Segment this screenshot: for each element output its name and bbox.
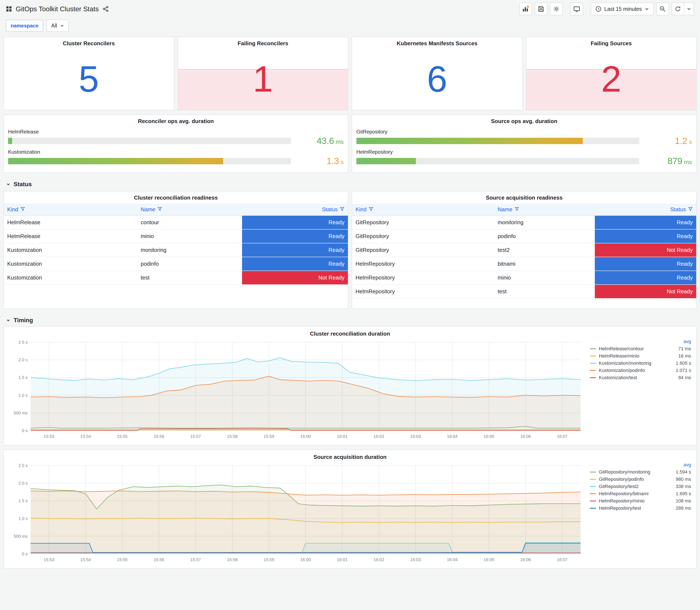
dashboard-settings-button[interactable] [550, 2, 563, 15]
legend-item[interactable]: Kustomization/test 84 ms [590, 375, 691, 381]
series-name[interactable]: HelmRelease/contour [599, 346, 675, 352]
bar-gauge-gitrepository: GitRepository 1.2 s [356, 129, 692, 145]
plot-area[interactable]: 15:5315:5415:5515:5615:5715:5815:5916:00… [7, 338, 586, 443]
legend-item[interactable]: Kustomization/monitoring 1.605 s [590, 360, 691, 366]
legend-item[interactable]: HelmRepository/bitnami 1.695 s [590, 491, 691, 497]
dashboard-title[interactable]: GitOps Toolkit Cluster Stats [16, 5, 99, 13]
refresh-dashboard-button[interactable] [671, 2, 684, 15]
stat-panel-kubernetes-manifests-sources: Kubernetes Manifests Sources 6 [352, 37, 523, 110]
filter-funnel-icon[interactable] [515, 207, 519, 211]
cell-status: Ready [242, 243, 348, 257]
column-header-kind[interactable]: Kind [352, 204, 494, 215]
svg-text:16:03: 16:03 [410, 557, 421, 562]
filter-funnel-icon[interactable] [158, 207, 162, 211]
svg-text:16:05: 16:05 [484, 434, 494, 439]
panel-title[interactable]: Source acquisition readiness [352, 192, 696, 202]
cell-kind: Kustomization [4, 271, 137, 285]
series-avg-value: 338 ms [676, 484, 691, 489]
column-header-status[interactable]: Status [595, 204, 696, 215]
series-name[interactable]: GitRepository/podinfo [599, 477, 673, 482]
chart-legend: avg GitRepository/monitoring 1.594 s Git… [586, 461, 693, 513]
panel-title[interactable]: Failing Reconcilers [178, 37, 348, 48]
legend-item[interactable]: HelmRepository/test 289 ms [590, 505, 691, 511]
column-header-name[interactable]: Name [137, 204, 242, 215]
series-name[interactable]: Kustomization/podinfo [599, 368, 673, 373]
zoom-out-time-button[interactable] [656, 2, 669, 15]
time-series-plot[interactable]: 15:5315:5415:5515:5615:5715:5815:5916:00… [7, 338, 586, 442]
chart-panel-source-acquisition-duration: Source acquisition duration 15:5315:5415… [3, 450, 697, 568]
plot-area[interactable]: 15:5315:5415:5515:5615:5715:5815:5916:00… [7, 461, 586, 567]
legend-item[interactable]: GitRepository/podinfo 980 ms [590, 477, 691, 482]
template-variables-row: namespace All [0, 18, 700, 36]
save-dashboard-button[interactable] [535, 2, 548, 15]
column-header-name[interactable]: Name [494, 204, 595, 215]
section-label: Timing [14, 317, 33, 324]
legend-item[interactable]: HelmRepository/minio 108 ms [590, 498, 691, 504]
share-dashboard-icon[interactable] [103, 6, 109, 12]
series-name[interactable]: Kustomization/monitoring [599, 360, 673, 366]
bar-gauge-track [356, 138, 639, 144]
svg-text:15:58: 15:58 [227, 557, 238, 562]
svg-text:16:00: 16:00 [300, 434, 311, 439]
refresh-interval-dropdown[interactable] [684, 2, 694, 15]
panel-title[interactable]: Cluster reconciliation readiness [4, 192, 348, 202]
legend-item[interactable]: GitRepository/test2 338 ms [590, 484, 691, 489]
table-header-row: Kind Name Status [352, 204, 696, 215]
legend-item[interactable]: HelmRelease/minio 16 ms [590, 353, 691, 359]
time-range-picker[interactable]: Last 15 minutes [591, 2, 654, 15]
bar-gauge-track [8, 138, 291, 144]
series-name[interactable]: HelmRepository/bitnami [599, 491, 673, 497]
column-header-status[interactable]: Status [242, 204, 348, 215]
legend-item[interactable]: HelmRelease/contour 71 ms [590, 346, 691, 352]
panel-title[interactable]: Source acquisition duration [7, 451, 693, 461]
panel-title[interactable]: Failing Sources [526, 37, 696, 48]
series-name[interactable]: GitRepository/test2 [599, 484, 673, 489]
filter-funnel-icon[interactable] [688, 207, 693, 211]
table-row: HelmRelease contour Ready [4, 215, 348, 229]
series-color-swatch [590, 356, 596, 356]
cell-kind: Kustomization [4, 257, 137, 271]
cell-status: Not Ready [595, 285, 696, 299]
series-name[interactable]: HelmRepository/minio [599, 498, 673, 504]
series-name[interactable]: HelmRelease/minio [599, 353, 675, 359]
section-header-status[interactable]: Status [0, 176, 700, 190]
column-header-kind[interactable]: Kind [4, 204, 137, 215]
cycle-view-mode-button[interactable] [570, 2, 583, 15]
cell-name: test [137, 271, 242, 285]
time-series-plot[interactable]: 15:5315:5415:5515:5615:5715:5815:5916:00… [7, 461, 586, 565]
clock-icon [596, 6, 601, 12]
table-header-row: Kind Name Status [4, 204, 348, 215]
panel-title[interactable]: Cluster Reconcilers [4, 37, 174, 48]
bar-gauge-value: 879 ms [644, 157, 692, 165]
apps-grid-icon[interactable] [6, 6, 12, 12]
legend-avg-header[interactable]: avg [590, 339, 691, 344]
legend-item[interactable]: GitRepository/monitoring 1.594 s [590, 469, 691, 475]
series-name[interactable]: Kustomization/test [599, 375, 675, 381]
table-row: GitRepository test2 Not Ready [352, 243, 696, 257]
bar-gauge-value: 43.6 ms [296, 137, 344, 145]
panel-title[interactable]: Kubernetes Manifests Sources [352, 37, 522, 48]
filter-funnel-icon[interactable] [340, 207, 344, 211]
filter-funnel-icon[interactable] [369, 207, 373, 211]
series-name[interactable]: GitRepository/monitoring [599, 469, 673, 475]
svg-text:2.0 s: 2.0 s [18, 357, 28, 362]
variable-namespace-dropdown[interactable]: All [47, 19, 69, 32]
series-color-swatch [590, 472, 596, 472]
chevron-down-icon [6, 318, 11, 323]
svg-text:500 ms: 500 ms [14, 534, 28, 539]
legend-avg-header[interactable]: avg [590, 462, 691, 468]
panel-title[interactable]: Source ops avg. duration [356, 115, 692, 125]
filter-funnel-icon[interactable] [20, 207, 25, 211]
svg-text:16:07: 16:07 [557, 557, 568, 562]
cell-status: Ready [595, 215, 696, 229]
svg-text:16:03: 16:03 [410, 434, 421, 439]
timing-charts: Cluster reconciliation duration 15:5315:… [0, 326, 700, 579]
series-name[interactable]: HelmRepository/test [599, 505, 673, 511]
section-header-timing[interactable]: Timing [0, 312, 700, 326]
panel-title[interactable]: Cluster reconciliation duration [7, 327, 693, 338]
add-panel-button[interactable] [519, 2, 532, 15]
legend-item[interactable]: Kustomization/podinfo 1.071 s [590, 368, 691, 373]
bar-gauge-label: HelmRepository [356, 149, 692, 155]
table-row: Kustomization podinfo Ready [4, 257, 348, 271]
panel-title[interactable]: Reconciler ops avg. duration [8, 115, 344, 125]
